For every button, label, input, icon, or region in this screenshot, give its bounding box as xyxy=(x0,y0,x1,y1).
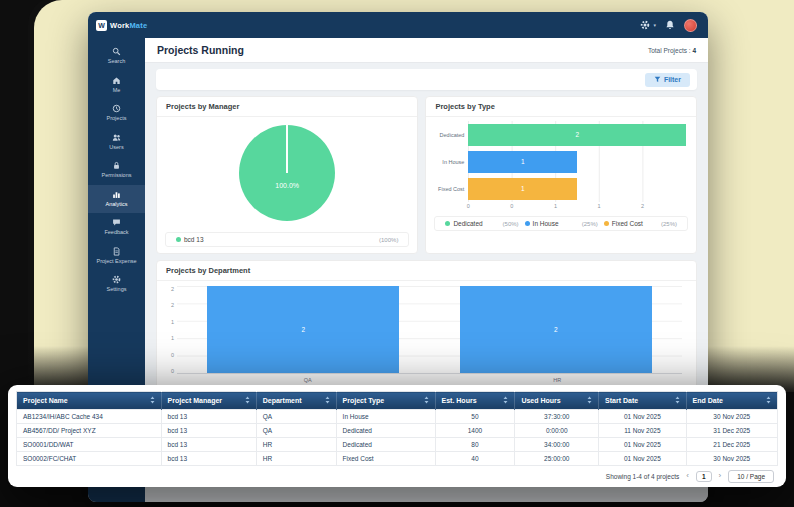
app-logo[interactable]: W WorkMate xyxy=(96,20,147,31)
column-header-department[interactable]: Department xyxy=(256,392,336,410)
users-icon xyxy=(112,133,121,142)
sort-icon[interactable] xyxy=(587,396,592,405)
sort-icon[interactable] xyxy=(766,396,771,405)
total-projects: Total Projects : 4 xyxy=(648,47,696,54)
sort-icon[interactable] xyxy=(503,396,508,405)
chart-icon xyxy=(112,190,121,199)
table-cell: 30 Nov 2025 xyxy=(686,410,777,424)
table-cell: 37:30:00 xyxy=(515,410,599,424)
next-page-button[interactable]: › xyxy=(719,472,722,480)
table-cell: bcd 13 xyxy=(161,410,256,424)
column-header-project-name[interactable]: Project Name xyxy=(17,392,162,410)
pie-slice: 100.0% xyxy=(239,125,335,221)
table-cell: AB1234/IH/ABC Cache 434 xyxy=(17,410,162,424)
legend-dot xyxy=(445,221,450,226)
column-header-est-hours[interactable]: Est. Hours xyxy=(435,392,515,410)
bar: 2 xyxy=(460,286,652,373)
navbar-actions: ▾ xyxy=(640,19,697,32)
legend-dot xyxy=(525,221,530,226)
chevron-down-icon[interactable]: ▾ xyxy=(653,22,656,28)
sidebar-item-permissions[interactable]: Permissions xyxy=(88,156,145,185)
sidebar-item-label: Settings xyxy=(90,286,143,293)
chart-title: Projects by Department xyxy=(157,261,696,281)
logo-text: WorkMate xyxy=(110,21,147,30)
sort-icon[interactable] xyxy=(245,396,250,405)
legend-item[interactable]: Dedicated(50%) xyxy=(442,220,521,227)
page-title: Projects Running xyxy=(157,44,244,56)
table-cell: HR xyxy=(256,452,336,466)
pie-divider-line xyxy=(286,125,288,173)
logo-mark: W xyxy=(96,20,107,31)
sidebar-item-me[interactable]: Me xyxy=(88,71,145,100)
column-header-start-date[interactable]: Start Date xyxy=(599,392,687,410)
bar-row: Fixed Cost1 xyxy=(430,175,686,202)
legend-dot xyxy=(176,237,181,242)
avatar[interactable] xyxy=(684,19,697,32)
sort-icon[interactable] xyxy=(325,396,330,405)
column-header-end-date[interactable]: End Date xyxy=(686,392,777,410)
y-tick-label: 1 xyxy=(171,319,174,325)
bell-icon[interactable] xyxy=(665,20,675,30)
clock-icon xyxy=(112,104,121,113)
table-cell: SO0001/DD/WAT xyxy=(17,438,162,452)
legend-dot xyxy=(604,221,609,226)
gear-icon[interactable] xyxy=(640,20,650,30)
prev-page-button[interactable]: ‹ xyxy=(686,472,689,480)
sort-icon[interactable] xyxy=(424,396,429,405)
table-row[interactable]: SO0002/FC/CHATbcd 13HRFixed Cost4025:00:… xyxy=(17,452,778,466)
filter-button[interactable]: Filter xyxy=(645,73,690,87)
legend-item[interactable]: In House(25%) xyxy=(522,220,601,227)
pie-legend: bcd 13 (100%) xyxy=(165,232,409,247)
feedback-icon xyxy=(112,218,121,227)
sidebar-item-project-expense[interactable]: Project Expense xyxy=(88,242,145,271)
y-tick-label: 2 xyxy=(171,302,174,308)
table-cell: 50 xyxy=(435,410,515,424)
table-row[interactable]: SO0001/DD/WATbcd 13HRDedicated8034:00:00… xyxy=(17,438,778,452)
category-label: In House xyxy=(430,159,468,165)
hbar-chart: Dedicated2In House1Fixed Cost1 00112 xyxy=(426,117,696,212)
sidebar-item-users[interactable]: Users xyxy=(88,128,145,157)
y-tick-label: 0 xyxy=(171,352,174,358)
category-label: QA xyxy=(304,377,312,383)
column-header-project-type[interactable]: Project Type xyxy=(336,392,435,410)
category-label: HR xyxy=(553,377,561,383)
table-row[interactable]: AB4567/DD/ Project XYZbcd 13QADedicated1… xyxy=(17,424,778,438)
legend-item[interactable]: bcd 13 (100%) xyxy=(173,236,401,243)
pie-value-label: 100.0% xyxy=(275,181,299,188)
sidebar-item-label: Analytics xyxy=(90,201,143,208)
table-cell: HR xyxy=(256,438,336,452)
page-size-select[interactable]: 10 / Page xyxy=(728,470,774,483)
legend-item[interactable]: Fixed Cost(25%) xyxy=(601,220,680,227)
search-icon xyxy=(112,47,121,56)
y-tick-label: 2 xyxy=(171,286,174,292)
table-cell: 21 Dec 2025 xyxy=(686,438,777,452)
table-row[interactable]: AB1234/IH/ABC Cache 434bcd 13QAIn House5… xyxy=(17,410,778,424)
table-cell: 31 Dec 2025 xyxy=(686,424,777,438)
bar-value-label: 1 xyxy=(521,158,525,165)
current-page-button[interactable]: 1 xyxy=(696,471,712,482)
lock-icon xyxy=(112,161,121,170)
sidebar-item-projects[interactable]: Projects xyxy=(88,99,145,128)
y-axis: 221100 xyxy=(163,286,177,374)
x-tick-label: 2 xyxy=(641,203,644,209)
sort-icon[interactable] xyxy=(150,396,155,405)
sidebar-item-search[interactable]: Search xyxy=(88,42,145,71)
expense-icon xyxy=(112,247,121,256)
projects-by-manager-card: Projects by Manager 100.0% bc xyxy=(156,96,418,254)
table-cell: 11 Nov 2025 xyxy=(599,424,687,438)
sidebar-item-label: Permissions xyxy=(90,172,143,179)
category-label: Dedicated xyxy=(430,132,468,138)
sidebar-item-analytics[interactable]: Analytics xyxy=(88,185,145,214)
sort-icon[interactable] xyxy=(675,396,680,405)
filter-bar: Filter xyxy=(156,69,697,90)
home-icon xyxy=(112,76,121,85)
table-cell: 01 Nov 2025 xyxy=(599,452,687,466)
x-tick-label: 1 xyxy=(554,203,557,209)
sidebar-item-settings[interactable]: Settings xyxy=(88,270,145,299)
sidebar-item-feedback[interactable]: Feedback xyxy=(88,213,145,242)
column-header-used-hours[interactable]: Used Hours xyxy=(515,392,599,410)
projects-by-type-card: Projects by Type Dedicated2In House1Fixe… xyxy=(425,96,697,254)
chart-title: Projects by Type xyxy=(426,97,696,117)
column-header-project-manager[interactable]: Project Manager xyxy=(161,392,256,410)
page-header: Projects Running Total Projects : 4 xyxy=(145,38,708,63)
